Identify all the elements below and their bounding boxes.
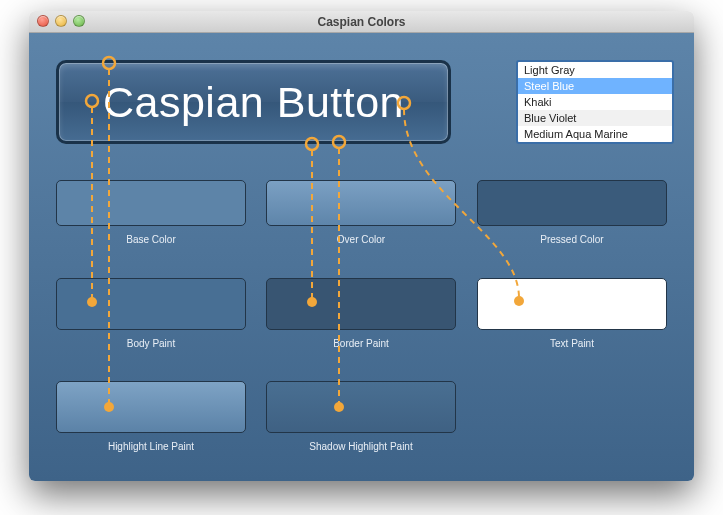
swatch-label: Shadow Highlight Paint (266, 441, 456, 452)
swatch-border-paint: Border Paint (266, 278, 456, 349)
content-pane: Caspian Button Light Gray Steel Blue Kha… (29, 33, 694, 481)
list-item[interactable]: Blue Violet (518, 110, 672, 126)
app-window: Caspian Colors Caspian Button Light Gray… (29, 11, 694, 481)
titlebar: Caspian Colors (29, 11, 694, 33)
list-item[interactable]: Light Gray (518, 62, 672, 78)
color-list[interactable]: Light Gray Steel Blue Khaki Blue Violet … (516, 60, 674, 144)
swatch-box (477, 278, 667, 330)
list-item[interactable]: Steel Blue (518, 78, 672, 94)
swatch-label: Over Color (266, 234, 456, 245)
swatch-label: Text Paint (477, 338, 667, 349)
swatch-label: Pressed Color (477, 234, 667, 245)
caspian-button[interactable]: Caspian Button (56, 60, 451, 144)
swatch-box (477, 180, 667, 226)
swatch-shadow-highlight-paint: Shadow Highlight Paint (266, 381, 456, 452)
swatch-label: Body Paint (56, 338, 246, 349)
swatch-base-color: Base Color (56, 180, 246, 245)
swatch-over-color: Over Color (266, 180, 456, 245)
zoom-icon[interactable] (73, 15, 85, 27)
swatch-box (266, 180, 456, 226)
swatch-box (56, 278, 246, 330)
swatch-pressed-color: Pressed Color (477, 180, 667, 245)
list-item[interactable]: Medium Aqua Marine (518, 126, 672, 142)
swatch-box (266, 278, 456, 330)
list-item[interactable]: Khaki (518, 94, 672, 110)
swatch-body-paint: Body Paint (56, 278, 246, 349)
close-icon[interactable] (37, 15, 49, 27)
caspian-button-label: Caspian Button (103, 78, 404, 127)
swatch-highlight-line-paint: Highlight Line Paint (56, 381, 246, 452)
swatch-label: Border Paint (266, 338, 456, 349)
swatch-label: Base Color (56, 234, 246, 245)
swatch-text-paint: Text Paint (477, 278, 667, 349)
swatch-box (266, 381, 456, 433)
minimize-icon[interactable] (55, 15, 67, 27)
swatch-box (56, 180, 246, 226)
swatch-label: Highlight Line Paint (56, 441, 246, 452)
window-title: Caspian Colors (317, 15, 405, 29)
swatch-box (56, 381, 246, 433)
